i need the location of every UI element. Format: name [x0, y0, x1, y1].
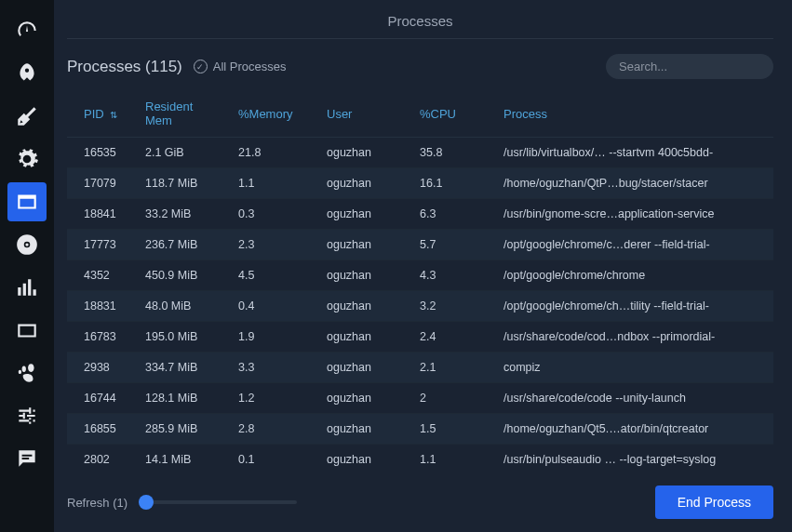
gear-icon	[15, 147, 39, 171]
table-header-row: PID⇅ Resident Mem %Memory User %CPU Proc…	[67, 90, 773, 138]
cell-mem: 128.1 MiB	[134, 383, 227, 414]
table-row[interactable]: 17773236.7 MiB2.3oguzhan5.7/opt/google/c…	[67, 230, 773, 260]
cell-pid: 16783	[67, 322, 134, 352]
cell-cpu: 35.8	[409, 138, 492, 168]
nav-dashboard[interactable]	[7, 11, 47, 50]
col-header-pmem[interactable]: %Memory	[227, 90, 315, 138]
table-row[interactable]: 2938334.7 MiB3.3oguzhan2.1compiz	[67, 352, 773, 383]
refresh-slider[interactable]	[139, 500, 297, 504]
cell-pid: 2802	[67, 445, 134, 473]
cell-pid: 17079	[67, 168, 134, 199]
cell-pmem: 1.1	[227, 168, 315, 199]
cell-cpu: 1.1	[409, 445, 492, 473]
cell-user: oguzhan	[315, 138, 409, 168]
table-row[interactable]: 1884133.2 MiB0.3oguzhan6.3/usr/bin/gnome…	[67, 199, 773, 230]
cell-pmem: 2.8	[227, 414, 315, 445]
cell-pmem: 3.3	[227, 352, 315, 383]
gnome-foot-icon	[15, 361, 39, 385]
slider-thumb[interactable]	[139, 495, 154, 510]
table-row[interactable]: 16783195.0 MiB1.9oguzhan2.4/usr/share/co…	[67, 322, 773, 352]
cell-cpu: 2.4	[409, 322, 492, 352]
table-row[interactable]: 280214.1 MiB0.1oguzhan1.1/usr/bin/pulsea…	[67, 445, 773, 473]
cell-cpu: 3.2	[409, 291, 492, 322]
comment-icon	[15, 446, 39, 471]
check-circle-icon: ✓	[194, 60, 208, 73]
cell-pid: 16535	[67, 138, 134, 168]
refresh-label: Refresh (1)	[67, 496, 128, 510]
table-row[interactable]: 4352450.9 MiB4.5oguzhan4.3/opt/google/ch…	[67, 260, 773, 291]
cell-proc: /home/oguzhan/Qt5.…ator/bin/qtcreator	[492, 414, 773, 445]
cell-pmem: 4.5	[227, 260, 315, 291]
cell-pmem: 0.3	[227, 199, 315, 230]
cell-cpu: 6.3	[409, 199, 492, 230]
search-box[interactable]	[606, 54, 773, 79]
nav-services[interactable]	[7, 140, 47, 179]
cell-proc: /usr/bin/pulseaudio … --log-target=syslo…	[492, 445, 773, 473]
cell-mem: 2.1 GiB	[134, 138, 227, 168]
table-row[interactable]: 16744128.1 MiB1.2oguzhan2/usr/share/code…	[67, 383, 773, 414]
cell-cpu: 4.3	[409, 260, 492, 291]
col-header-user[interactable]: User	[315, 90, 409, 138]
cell-mem: 285.9 MiB	[134, 414, 227, 445]
col-header-mem[interactable]: Resident Mem	[134, 90, 227, 138]
cell-user: oguzhan	[315, 445, 409, 473]
col-header-proc[interactable]: Process	[492, 90, 773, 138]
cell-user: oguzhan	[315, 199, 409, 230]
all-processes-toggle[interactable]: ✓ All Processes	[194, 60, 287, 73]
cell-user: oguzhan	[315, 168, 409, 199]
table-row[interactable]: 17079118.7 MiB1.1oguzhan16.1/home/oguzha…	[67, 168, 773, 199]
cell-proc: /opt/google/chrome/ch…tility --field-tri…	[492, 291, 773, 322]
cell-pid: 16855	[67, 414, 134, 445]
nav-feedback[interactable]	[7, 439, 47, 478]
nav-startup[interactable]	[7, 54, 47, 93]
cell-user: oguzhan	[315, 322, 409, 352]
table-row[interactable]: 165352.1 GiB21.8oguzhan35.8/usr/lib/virt…	[67, 138, 773, 168]
process-table-wrap: PID⇅ Resident Mem %Memory User %CPU Proc…	[67, 90, 773, 472]
cell-pmem: 2.3	[227, 230, 315, 260]
nav-cleaner[interactable]	[7, 97, 47, 136]
sidebar	[0, 0, 54, 532]
nav-resources[interactable]	[7, 268, 47, 307]
header-bar: Processes (115) ✓ All Processes	[67, 39, 773, 90]
cell-pid: 17773	[67, 230, 134, 260]
cell-pmem: 0.1	[227, 445, 315, 473]
cell-user: oguzhan	[315, 414, 409, 445]
cell-mem: 195.0 MiB	[134, 322, 227, 352]
search-input[interactable]	[619, 60, 775, 73]
end-process-button[interactable]: End Process	[655, 485, 773, 519]
table-row[interactable]: 16855285.9 MiB2.8oguzhan1.5/home/oguzhan…	[67, 414, 773, 445]
page-title: Processes	[67, 0, 773, 39]
cell-pid: 18841	[67, 199, 134, 230]
cell-user: oguzhan	[315, 383, 409, 414]
cell-pmem: 0.4	[227, 291, 315, 322]
cell-user: oguzhan	[315, 352, 409, 383]
nav-uninstaller[interactable]	[7, 225, 47, 264]
cell-mem: 450.9 MiB	[134, 260, 227, 291]
cell-proc: compiz	[492, 352, 773, 383]
footer-bar: Refresh (1) End Process	[67, 472, 773, 532]
cell-proc: /usr/share/code/code --unity-launch	[492, 383, 773, 414]
cell-proc: /usr/bin/gnome-scre…application-service	[492, 199, 773, 230]
nav-packages[interactable]	[7, 311, 47, 350]
main-panel: Processes Processes (115) ✓ All Processe…	[54, 0, 792, 532]
col-header-pid[interactable]: PID⇅	[67, 90, 134, 138]
cell-proc: /usr/lib/virtualbox/… --startvm 400c5bdd…	[492, 138, 773, 168]
cell-cpu: 2	[409, 383, 492, 414]
cell-cpu: 2.1	[409, 352, 492, 383]
dashboard-gauge-icon	[15, 19, 39, 43]
cell-user: oguzhan	[315, 291, 409, 322]
table-row[interactable]: 1883148.0 MiB0.4oguzhan3.2/opt/google/ch…	[67, 291, 773, 322]
chart-bars-icon	[15, 275, 39, 299]
package-icon	[15, 318, 39, 342]
cell-pmem: 1.9	[227, 322, 315, 352]
col-header-cpu[interactable]: %CPU	[409, 90, 492, 138]
nav-gnome[interactable]	[7, 353, 47, 392]
cell-mem: 48.0 MiB	[134, 291, 227, 322]
nav-settings[interactable]	[7, 396, 47, 435]
cell-mem: 236.7 MiB	[134, 230, 227, 260]
cell-user: oguzhan	[315, 260, 409, 291]
cell-cpu: 1.5	[409, 414, 492, 445]
disk-icon	[15, 233, 39, 257]
nav-processes[interactable]	[7, 182, 47, 221]
cell-mem: 33.2 MiB	[134, 199, 227, 230]
